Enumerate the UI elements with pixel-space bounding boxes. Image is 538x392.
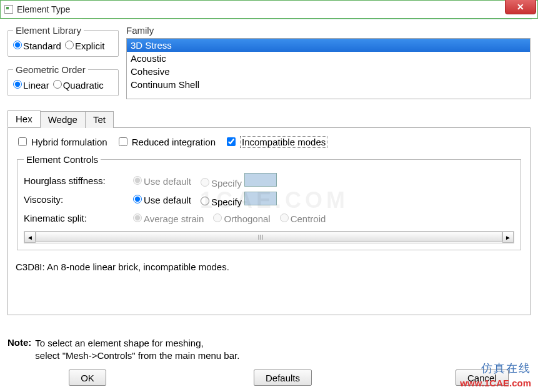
kinematic-orthogonal: Orthogonal bbox=[210, 212, 270, 224]
viscosity-use-default[interactable]: Use default bbox=[130, 193, 191, 205]
horizontal-scrollbar[interactable]: ◄ ► bbox=[24, 231, 514, 243]
dialog-buttons: OK Defaults Cancel bbox=[0, 368, 538, 387]
cancel-button[interactable]: Cancel bbox=[456, 370, 509, 386]
family-group: Family 3D Stress Acoustic Cohesive Conti… bbox=[126, 25, 531, 99]
radio-explicit[interactable]: Explicit bbox=[65, 41, 105, 51]
element-library-group: Element Library Standard Explicit bbox=[7, 25, 119, 57]
geometric-order-legend: Geometric Order bbox=[13, 64, 88, 75]
note-label: Note: bbox=[7, 337, 31, 363]
element-controls-group: Element Controls Hourglass stiffness: Us… bbox=[17, 154, 521, 250]
element-library-legend: Element Library bbox=[13, 25, 84, 36]
app-icon bbox=[4, 5, 13, 14]
radio-standard[interactable]: Standard bbox=[13, 41, 61, 51]
scroll-track[interactable] bbox=[36, 232, 502, 243]
family-legend: Family bbox=[126, 25, 531, 36]
scroll-grip-icon bbox=[260, 235, 261, 240]
radio-quadratic[interactable]: Quadratic bbox=[53, 80, 104, 91]
check-hybrid[interactable]: Hybrid formulation bbox=[16, 135, 107, 148]
family-item-acoustic[interactable]: Acoustic bbox=[127, 52, 530, 65]
title-bar: Element Type ✕ bbox=[0, 0, 538, 19]
family-item-3d-stress[interactable]: 3D Stress bbox=[127, 39, 530, 52]
radio-linear-input[interactable] bbox=[13, 80, 22, 89]
kinematic-label: Kinematic split: bbox=[24, 213, 130, 223]
tab-tet[interactable]: Tet bbox=[85, 111, 114, 128]
shape-tabs: Hex Wedge Tet Hybrid formulation Reduced… bbox=[7, 110, 531, 315]
viscosity-specify[interactable]: Specify bbox=[197, 192, 277, 207]
tab-hex[interactable]: Hex bbox=[7, 110, 41, 127]
hourglass-specify-field bbox=[244, 173, 277, 187]
radio-quadratic-input[interactable] bbox=[53, 80, 62, 89]
viscosity-label: Viscosity: bbox=[24, 194, 130, 205]
tab-body-hex: Hybrid formulation Reduced integration I… bbox=[7, 128, 531, 315]
hourglass-use-default: Use default bbox=[130, 174, 191, 187]
defaults-button[interactable]: Defaults bbox=[254, 370, 312, 386]
scroll-right-arrow[interactable]: ► bbox=[502, 232, 514, 243]
geometric-order-group: Geometric Order Linear Quadratic bbox=[7, 64, 119, 96]
element-description: C3D8I: An 8-node linear brick, incompati… bbox=[16, 262, 522, 272]
scroll-thumb[interactable] bbox=[36, 232, 502, 242]
kinematic-average: Average strain bbox=[130, 212, 204, 224]
check-incompatible[interactable]: Incompatible modes bbox=[224, 135, 327, 148]
scroll-left-arrow[interactable]: ◄ bbox=[24, 232, 36, 243]
check-incompatible-input[interactable] bbox=[227, 137, 236, 146]
family-item-continuum-shell[interactable]: Continuum Shell bbox=[127, 78, 530, 91]
kinematic-centroid: Centroid bbox=[277, 212, 326, 224]
close-button[interactable]: ✕ bbox=[505, 0, 536, 14]
radio-linear[interactable]: Linear bbox=[13, 80, 49, 91]
close-icon: ✕ bbox=[517, 2, 524, 12]
check-hybrid-input[interactable] bbox=[18, 137, 27, 146]
viscosity-specify-field[interactable] bbox=[244, 192, 277, 205]
check-reduced-input[interactable] bbox=[119, 137, 127, 146]
radio-standard-input[interactable] bbox=[13, 41, 22, 49]
radio-explicit-input[interactable] bbox=[65, 41, 74, 49]
note: Note: To select an element shape for mes… bbox=[7, 337, 239, 363]
hourglass-label: Hourglass stiffness: bbox=[24, 175, 130, 186]
hourglass-specify: Specify bbox=[197, 173, 277, 189]
note-text: To select an element shape for meshing, … bbox=[35, 337, 239, 363]
element-controls-legend: Element Controls bbox=[24, 154, 101, 165]
tab-wedge[interactable]: Wedge bbox=[40, 111, 86, 128]
check-reduced[interactable]: Reduced integration bbox=[116, 135, 216, 148]
window-title: Element Type bbox=[17, 4, 70, 14]
ok-button[interactable]: OK bbox=[69, 370, 106, 386]
family-listbox[interactable]: 3D Stress Acoustic Cohesive Continuum Sh… bbox=[126, 38, 531, 99]
background-blur bbox=[82, 1, 532, 19]
family-item-cohesive[interactable]: Cohesive bbox=[127, 65, 530, 78]
